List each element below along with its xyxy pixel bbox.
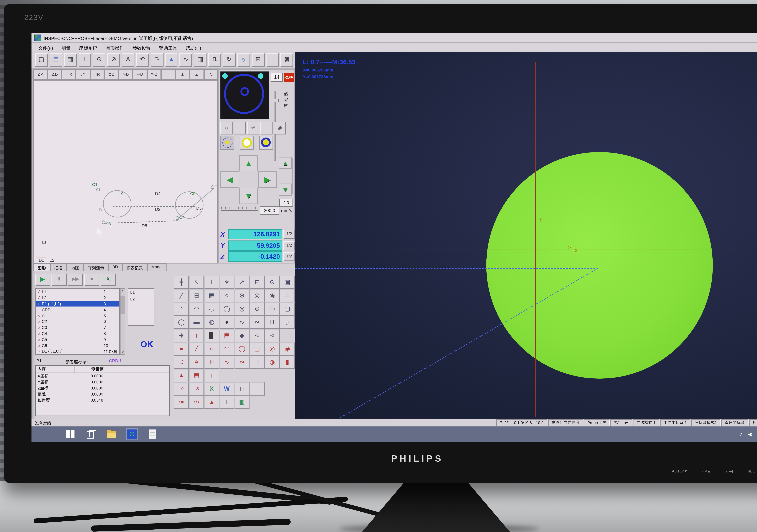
monitor-control-button[interactable]: ▣/OK (748, 469, 757, 474)
home-up-icon[interactable]: ▲ (165, 53, 178, 67)
calc-distance-icon[interactable]: D (174, 356, 189, 369)
fan-light-button[interactable]: ✳ (247, 122, 259, 135)
tool-arc-icon[interactable]: ◝ (174, 302, 189, 316)
measure-perpendicular-icon[interactable]: ⊥ (175, 69, 190, 80)
tool-ring-icon[interactable]: ⊖ (250, 302, 265, 316)
stop-button[interactable]: ■ (84, 274, 99, 286)
document-app-icon[interactable] (147, 428, 158, 439)
measure-parallel-icon[interactable]: = (161, 69, 175, 80)
tool-preset2-icon[interactable]: ▪2 (265, 329, 280, 342)
color-bar-icon[interactable]: ▥ (234, 395, 250, 409)
jog-right-button[interactable]: ▶ (258, 172, 277, 188)
ring-light-mode2-button[interactable] (240, 136, 254, 150)
calc-height-icon[interactable]: H (204, 356, 219, 369)
measure-radius-icon[interactable]: ○R (90, 69, 105, 80)
tool-concentric-icon[interactable]: ◎ (234, 302, 250, 316)
scrollbar-down-arrow[interactable]: ∨ (122, 350, 124, 354)
tool-closed-slot-icon[interactable]: ▬ (189, 316, 204, 329)
tool-hand-icon[interactable]: ◆ (234, 329, 250, 342)
tool-rect-icon[interactable]: ▭ (265, 302, 280, 316)
tool-vector-point-icon[interactable]: ↗ (234, 276, 250, 289)
construct-rect-icon[interactable]: ▢ (250, 342, 265, 356)
crd-rotate-icon[interactable]: ↑↻ (189, 395, 204, 409)
pan-move-icon[interactable]: ＋ (78, 53, 91, 67)
light-option-button[interactable] (260, 122, 273, 135)
dro-axis-value[interactable]: 59.9205 (228, 240, 282, 250)
pause-button[interactable]: ‖ (51, 274, 67, 286)
z-step-value[interactable]: 2.0 (279, 199, 293, 206)
feature-row[interactable]: ○ C4 8 (36, 330, 119, 336)
zoom-ratio-icon[interactable]: ⊘ (107, 53, 120, 67)
file-explorer-icon[interactable] (106, 428, 117, 439)
step-button[interactable]: ▶▶ (68, 274, 83, 286)
task-view-icon[interactable] (85, 428, 96, 439)
crd-zero-icon[interactable]: ↑0 (174, 382, 189, 395)
menu-item[interactable]: 测量 (57, 44, 75, 50)
speed-slider[interactable] (221, 210, 258, 211)
save-icon[interactable]: ▦ (64, 53, 76, 67)
export-excel-icon[interactable]: X (204, 382, 219, 395)
ok-button[interactable]: OK (140, 339, 153, 349)
tool-circle-pick-icon[interactable]: ◉ (265, 289, 280, 302)
export-txt-icon[interactable]: T (219, 395, 234, 409)
tool-point-icon[interactable]: ╋ (174, 276, 189, 289)
feature-row[interactable]: ○ C6 10 (36, 342, 119, 348)
view-tab[interactable]: 图形 (33, 264, 50, 271)
menu-item[interactable]: 图形操作 (102, 44, 128, 50)
measure-angle-a-icon[interactable]: ∠A (33, 69, 47, 80)
ime-indicator[interactable]: 中 (756, 431, 757, 437)
scrollbar-thumb[interactable] (121, 296, 125, 314)
tool-line-icon[interactable]: ╱ (174, 289, 189, 302)
feature-row[interactable]: ○ C2 6 (36, 319, 119, 325)
construct-line-icon[interactable]: ╱ (189, 342, 204, 356)
light-option-button[interactable] (234, 122, 246, 135)
speed-value[interactable]: 200.0 (260, 206, 279, 215)
camera-video-view[interactable]: O (221, 72, 269, 119)
cone-3d-icon[interactable]: ▲ (204, 395, 219, 409)
tool-multi-circle-icon[interactable]: ◌ (280, 289, 295, 302)
construct-point-icon[interactable]: ● (174, 342, 189, 356)
tool-rect-auto-icon[interactable]: ▢ (280, 302, 295, 316)
sort-filter-icon[interactable]: ⇅ (208, 53, 221, 67)
menu-item[interactable]: 辅助工具 (155, 44, 181, 50)
import-icon[interactable]: ↓ (204, 369, 219, 382)
feature-list-scrollbar[interactable]: ∧∨ (120, 288, 125, 355)
calc-contour-icon[interactable]: ∾ (234, 356, 250, 369)
ring-light-mode1-button[interactable] (221, 136, 234, 150)
tool-zoom-point-icon[interactable]: ⊙ (265, 276, 280, 289)
feature-row[interactable]: ↔ D1 (C1,C3) 11 距离 (36, 348, 119, 354)
tool-circle-3pt-icon[interactable]: ○ (219, 289, 234, 302)
measure-line-icon[interactable]: ╲ (204, 69, 218, 80)
component-item[interactable]: L1 (130, 290, 152, 297)
tool-ring-points-icon[interactable]: ◍ (204, 316, 219, 329)
feature-row[interactable]: ╱ L2 2 (36, 295, 119, 301)
measure-point-dist-icon[interactable]: ∿D (119, 69, 133, 80)
magnification-value[interactable]: 14 (271, 73, 283, 82)
feature-row[interactable]: • P1 (L1,L2) 3 (36, 301, 119, 307)
feature-row[interactable]: ○ C3 7 (36, 325, 119, 330)
construct-center-icon[interactable]: ◉ (280, 342, 295, 356)
redo-icon[interactable]: ↷ (151, 53, 163, 67)
new-file-icon[interactable]: ▢ (35, 53, 48, 67)
calc-angle-icon[interactable]: A (189, 356, 204, 369)
tool-calculator-icon[interactable]: ▤ (219, 329, 234, 342)
matrix-icon[interactable]: ▩ (281, 53, 293, 67)
measure-angle-icon[interactable]: ∠ (190, 69, 204, 80)
contrast-icon[interactable]: ▥ (194, 53, 206, 67)
monitor-control-button[interactable]: ▭/▲ (702, 469, 711, 474)
dro-axis-value[interactable]: -0.1420 (228, 251, 282, 262)
construct-ellipse-icon[interactable]: ◯ (234, 342, 250, 356)
construct-arc-icon[interactable]: ◠ (219, 342, 234, 356)
dro-half-button[interactable]: 1/2 (284, 241, 295, 250)
jog-up-button[interactable]: ▲ (239, 155, 258, 172)
jog-left-button[interactable]: ◀ (221, 172, 239, 188)
tool-closed-curve-icon[interactable]: ∾ (250, 316, 265, 329)
menu-item[interactable]: 帮助(H) (181, 44, 205, 50)
measure-dist-y-icon[interactable]: ↕Y (76, 69, 90, 80)
settings-gear-icon[interactable]: ☼ (237, 53, 250, 67)
calc-sphere-icon[interactable]: ◍ (265, 356, 280, 369)
crd-image-icon[interactable]: ↑▣ (174, 395, 189, 409)
construct-circle-icon[interactable]: ○ (204, 342, 219, 356)
tool-position-icon[interactable]: ⊕ (174, 329, 189, 342)
monitor-control-button[interactable]: ☼/◀ (725, 469, 733, 474)
